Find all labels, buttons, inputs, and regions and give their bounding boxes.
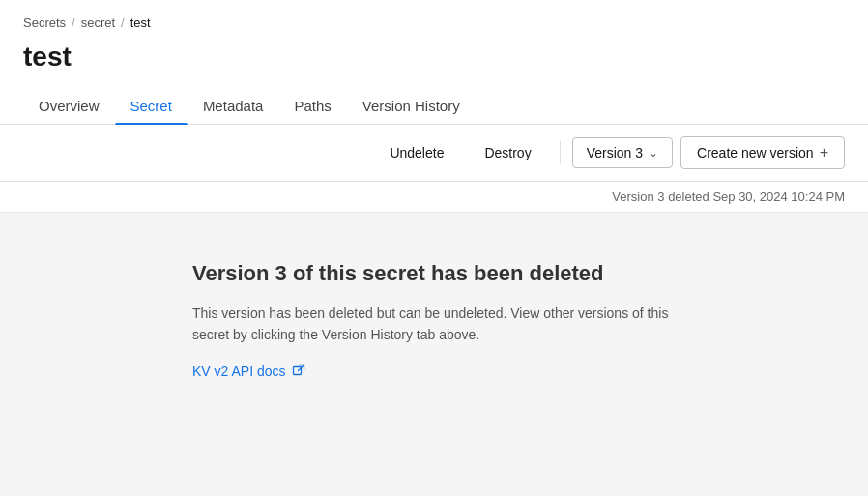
- create-version-label: Create new version: [697, 145, 814, 160]
- status-bar: Version 3 deleted Sep 30, 2024 10:24 PM: [0, 182, 868, 213]
- version-label: Version 3: [587, 145, 643, 160]
- svg-rect-0: [293, 366, 301, 374]
- external-link-icon: [292, 364, 305, 380]
- plus-icon: +: [820, 144, 828, 161]
- toolbar-divider: [560, 141, 561, 164]
- status-text: Version 3 deleted Sep 30, 2024 10:24 PM: [612, 190, 845, 204]
- breadcrumb-current: test: [130, 15, 151, 30]
- create-new-version-button[interactable]: Create new version +: [680, 136, 845, 169]
- tab-navigation: Overview Secret Metadata Paths Version H…: [0, 88, 868, 125]
- tab-paths[interactable]: Paths: [278, 88, 346, 124]
- deleted-description: This version has been deleted but can be…: [192, 303, 676, 346]
- deleted-title: Version 3 of this secret has been delete…: [192, 259, 676, 289]
- content-inner: Version 3 of this secret has been delete…: [192, 259, 676, 456]
- toolbar: Undelete Destroy Version 3 ⌄ Create new …: [0, 125, 868, 182]
- version-dropdown[interactable]: Version 3 ⌄: [572, 137, 673, 168]
- tab-metadata[interactable]: Metadata: [188, 88, 279, 124]
- destroy-button[interactable]: Destroy: [468, 137, 547, 168]
- breadcrumb-secrets[interactable]: Secrets: [23, 15, 66, 30]
- docs-link-label: KV v2 API docs: [192, 364, 286, 379]
- breadcrumb-sep-2: /: [121, 15, 125, 30]
- tab-secret[interactable]: Secret: [115, 88, 188, 124]
- undelete-button[interactable]: Undelete: [373, 137, 460, 168]
- breadcrumb-secret[interactable]: secret: [81, 15, 115, 30]
- tab-overview[interactable]: Overview: [23, 88, 115, 124]
- breadcrumb-sep-1: /: [72, 15, 75, 30]
- content-area: Version 3 of this secret has been delete…: [0, 213, 868, 496]
- tab-version-history[interactable]: Version History: [347, 88, 476, 124]
- kv-api-docs-link[interactable]: KV v2 API docs: [192, 364, 305, 380]
- chevron-down-icon: ⌄: [649, 146, 658, 160]
- page-title: test: [0, 38, 868, 88]
- breadcrumb: Secrets / secret / test: [0, 0, 868, 38]
